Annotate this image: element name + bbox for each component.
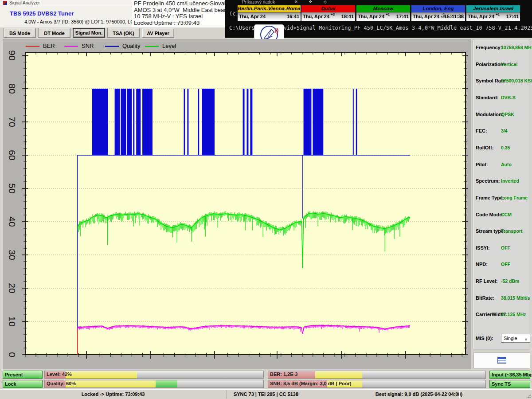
pin-icon[interactable]: ✛ — [309, 0, 313, 4]
tab-tsa-ok[interactable]: TSA (OK) — [107, 28, 140, 38]
offset-value: +1 — [496, 13, 500, 16]
annotation-line: AMOS 3 at 4,0°W_Middle East beam — [134, 7, 225, 14]
y-tick-label: 90 — [7, 46, 17, 65]
app-title: Signal Analyzer — [9, 0, 40, 5]
clock-time-row: Thu, Apr 24-1DST15:41:38 — [411, 12, 465, 21]
param-label: NPD: — [476, 262, 488, 267]
annotation-line: PF Prodelin 450 cm/Lučenec-Slovakia — [134, 0, 225, 7]
param-value: 3/4 — [501, 128, 508, 133]
annotation-line: Locked Uptime : 73:09:43 — [134, 20, 225, 27]
y-tick-label: 60 — [7, 146, 17, 164]
tab-dt-mode[interactable]: DT Mode — [38, 28, 70, 38]
quality-bar-label: Quality: 60% — [47, 381, 76, 386]
ber-bar-yellow-segment — [315, 371, 362, 378]
param-label: Frame Type: — [476, 195, 505, 200]
param-label: ISSYI: — [476, 245, 490, 250]
signal-plot — [22, 47, 468, 361]
tab-signal-mon[interactable]: Signal Mon. — [73, 28, 105, 38]
statusbar-best-signal: Best signal: 9,0 dB (2025-04-22 04:08) — [376, 391, 462, 397]
tab-av-player[interactable]: AV Player — [142, 28, 174, 38]
snr-progressbar: SNR: 8,5 dB (Margin: 3,0 dB | Poor) — [268, 380, 486, 388]
param-value: OFF — [501, 245, 510, 250]
clock-time: 17:41 — [506, 14, 519, 19]
clock-city-label: Dubai — [301, 5, 355, 12]
param-value: 10759,858 MHz — [501, 45, 532, 50]
param-value: 27500,018 KS/s — [501, 78, 532, 83]
clock-date: Thu, Apr 24 — [303, 14, 329, 19]
clock-moscow[interactable]: MoscowThu, Apr 24+117:41 — [356, 5, 411, 21]
clock-date: Thu, Apr 24 — [358, 14, 384, 19]
param-value: DVB-S — [501, 95, 516, 100]
param-label: Modulation: — [476, 112, 503, 117]
statusbar-uptime: Locked -> Uptime: 73:09:43 — [82, 391, 145, 397]
param-label: RollOff: — [476, 145, 493, 150]
param-label: Frequency: — [476, 45, 502, 50]
input-bitrate-badge: Input (~36,35 Mbps) — [489, 371, 530, 379]
level-bar-yellow-segment — [66, 371, 137, 378]
clock-time: 18:41 — [341, 14, 354, 19]
param-row-npd: NPD:OFF — [476, 262, 530, 268]
clock-berlin-paris-vienna-roma[interactable]: Berlin-Paris-Vienna-RomaThu, Apr 2416:41 — [237, 5, 301, 21]
y-tick-label: 10 — [7, 312, 17, 331]
terminal-title: Príkazový riadok — [242, 0, 275, 4]
clock-london-eng[interactable]: London, EngThu, Apr 24-1DST15:41:38 — [411, 5, 466, 21]
annotation-line: 10 758 MHz-V : YES Israel — [134, 13, 225, 20]
quality-bar-yellow-segment — [66, 380, 156, 387]
list-icon — [497, 357, 506, 364]
level-bar-label: Level: 42% — [47, 372, 72, 377]
y-tick-label: 20 — [7, 279, 17, 297]
param-row-polarization: Polarization:Vertical — [476, 62, 530, 68]
param-value: Vertical — [501, 62, 517, 67]
tuner-name: TBS 5925 DVBS2 Tuner — [10, 10, 74, 17]
clock-time-row: Thu, Apr 24+117:41 — [356, 12, 410, 21]
clock-city-label: London, Eng — [411, 5, 465, 12]
clock-city-label: Berlin-Paris-Vienna-Roma — [238, 5, 301, 12]
level-progressbar: Level: 42% — [44, 371, 264, 379]
settings-icon[interactable]: ◇ — [324, 0, 327, 4]
param-value: 37,125 MHz — [501, 312, 526, 317]
clock-dubai[interactable]: DubaiThu, Apr 24+218:41 — [301, 5, 356, 21]
ber-bar-label: BER: 1,2E-3 — [270, 372, 297, 377]
clock-time: 15:41:38 — [444, 14, 464, 19]
quality-progressbar: Quality: 60% — [44, 380, 264, 388]
param-label: MIS (0): — [476, 336, 493, 341]
offset-value: +2 — [331, 13, 335, 16]
param-row-rolloff: RollOff:0.35 — [476, 145, 530, 151]
chevron-down-icon: ▼ — [524, 336, 528, 344]
param-row-pilot: Pilot:Auto — [476, 162, 530, 168]
param-value: Inverted — [501, 178, 519, 184]
close-icon[interactable]: ✕ — [294, 0, 298, 4]
clock-utc-offset: +1 — [496, 13, 500, 16]
param-label: Spectrum: — [476, 178, 500, 184]
param-label: Code Mode: — [476, 212, 504, 217]
param-label: BitRate: — [476, 295, 494, 301]
param-value: OFF — [501, 262, 510, 267]
sidebar-bottom-button[interactable] — [473, 352, 530, 368]
y-tick-label: 40 — [7, 212, 17, 231]
tab-bs-mode[interactable]: BS Mode — [4, 28, 36, 38]
resize-grip[interactable] — [526, 393, 531, 399]
param-value: CCM — [501, 212, 512, 217]
statusbar: Locked -> Uptime: 73:09:43 SYNC 73 | TEI… — [0, 389, 532, 399]
statusbar-divider — [226, 391, 227, 399]
offset-value: +1 — [386, 13, 390, 16]
app-icon — [3, 1, 7, 5]
param-row-modulation: Modulation:QPSK — [476, 112, 530, 118]
param-row-stream-type: Stream type:Transport — [476, 228, 530, 235]
clock-utc-offset: +2 — [331, 13, 335, 16]
clock-date: Thu, Apr 24 — [468, 14, 494, 19]
param-row-carrierwidth: CarrierWidth:37,125 MHz — [476, 312, 530, 318]
param-value: 38,015 Mbit/s — [501, 295, 530, 301]
param-row-mis: MIS (0):Single▼ — [476, 336, 530, 342]
annotation-panel: PF Prodelin 450 cm/Lučenec-SlovakiaAMOS … — [132, 0, 225, 27]
y-tick-label: 80 — [7, 79, 17, 98]
clock-time-row: Thu, Apr 2416:41 — [238, 12, 301, 21]
clock-city-label: Moscow — [356, 5, 410, 12]
param-label: FEC: — [476, 128, 487, 133]
clock-jerusalem-israel[interactable]: Jerusalem-IsraelThu, Apr 24+117:41 — [466, 5, 520, 21]
param-label: RF Level: — [476, 278, 498, 284]
mis-dropdown[interactable]: Single▼ — [501, 334, 530, 343]
transponder-parameters-panel: Frequency:10759,858 MHzPolarization:Vert… — [473, 39, 531, 349]
y-tick-label: 0 — [7, 345, 17, 364]
param-value: Long Frame — [501, 195, 528, 200]
